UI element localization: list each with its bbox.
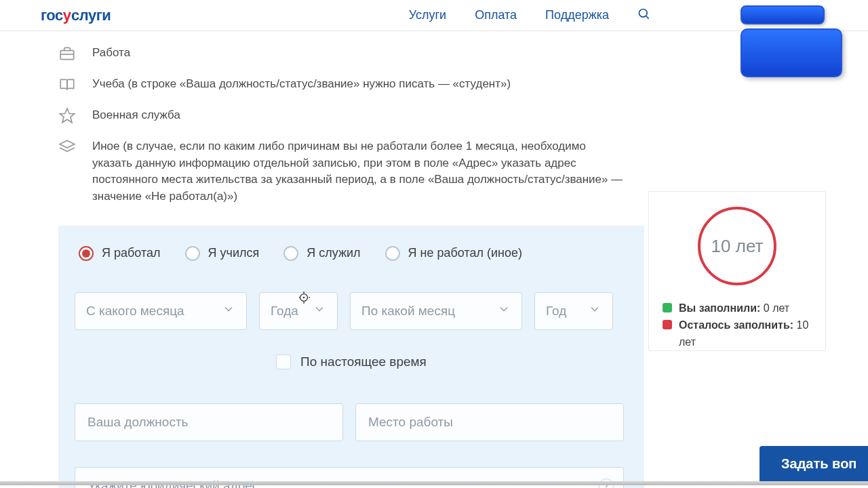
info-text-military: Военная служба bbox=[92, 107, 180, 124]
radio-studied-label: Я учился bbox=[208, 246, 260, 260]
radio-served-label: Я служил bbox=[307, 246, 360, 260]
chevron-down-icon bbox=[222, 302, 235, 319]
info-text-study: Учеба (в строке «Ваша должность/статус/з… bbox=[92, 76, 511, 93]
radio-served[interactable]: Я служил bbox=[283, 246, 360, 261]
svg-line-1 bbox=[646, 16, 649, 18]
search-icon[interactable] bbox=[637, 7, 651, 24]
progress-card: 10 лет Вы заполнили: 0 лет Осталось запо… bbox=[648, 191, 826, 351]
layers-icon bbox=[58, 138, 76, 156]
logo-gos: гос bbox=[41, 7, 63, 24]
legend-filled-label: Вы заполнили: bbox=[679, 302, 760, 314]
svg-rect-2 bbox=[60, 51, 74, 60]
radio-dot-icon bbox=[385, 246, 400, 261]
info-row-military: Военная служба bbox=[58, 107, 628, 125]
radio-none-label: Я не работал (иное) bbox=[408, 246, 522, 260]
radio-group: Я работал Я учился Я служил Я не работал… bbox=[75, 246, 628, 261]
radio-dot-icon bbox=[185, 246, 200, 261]
position-workplace-row bbox=[75, 403, 628, 441]
legend-filled: Вы заполнили: 0 лет bbox=[663, 300, 812, 317]
chevron-down-icon bbox=[497, 302, 511, 319]
radio-none[interactable]: Я не работал (иное) bbox=[385, 246, 522, 261]
legend-filled-value: 0 лет bbox=[760, 302, 789, 314]
from-month-placeholder: С какого месяца bbox=[86, 304, 184, 319]
ask-question-label: Задать воп bbox=[781, 456, 856, 472]
info-row-other: Иное (в случае, если по каким либо причи… bbox=[58, 138, 628, 205]
to-month-select[interactable]: По какой месяц bbox=[350, 292, 522, 330]
nav-support[interactable]: Поддержка bbox=[545, 8, 609, 22]
from-year-select[interactable]: Года bbox=[259, 292, 338, 330]
logo-slugi: слуги bbox=[71, 7, 111, 24]
to-month-placeholder: По какой месяц bbox=[361, 304, 455, 319]
info-text-work: Работа bbox=[92, 45, 130, 62]
swatch-green-icon bbox=[663, 303, 672, 312]
to-year-placeholder: Год bbox=[546, 304, 566, 319]
briefcase-icon bbox=[58, 45, 76, 62]
position-input[interactable] bbox=[87, 415, 330, 430]
info-row-work: Работа bbox=[58, 45, 628, 62]
nav-services[interactable]: Услуги bbox=[409, 8, 446, 22]
from-year-placeholder: Года bbox=[271, 304, 298, 319]
from-month-select[interactable]: С какого месяца bbox=[75, 292, 247, 330]
radio-dot-icon bbox=[79, 246, 94, 261]
workplace-input[interactable] bbox=[368, 415, 611, 430]
present-label: По настоящее время bbox=[300, 354, 427, 369]
header: гос у слуги Услуги Оплата Поддержка bbox=[0, 0, 868, 31]
present-checkbox[interactable] bbox=[276, 354, 291, 369]
radio-dot-icon bbox=[283, 246, 298, 261]
svg-point-0 bbox=[639, 9, 648, 17]
cta-big-button[interactable] bbox=[741, 28, 842, 77]
cta-small-button[interactable] bbox=[741, 5, 825, 24]
radio-worked[interactable]: Я работал bbox=[79, 246, 161, 261]
progress-legend: Вы заполнили: 0 лет Осталось заполнить: … bbox=[663, 300, 812, 350]
info-text-other: Иное (в случае, если по каким либо причи… bbox=[92, 138, 628, 205]
radio-worked-label: Я работал bbox=[102, 246, 161, 260]
info-row-study: Учеба (в строке «Ваша должность/статус/з… bbox=[58, 76, 628, 94]
to-year-select[interactable]: Год bbox=[534, 292, 613, 330]
progress-ring-text: 10 лет bbox=[711, 236, 764, 257]
nav: Услуги Оплата Поддержка bbox=[409, 7, 651, 24]
book-icon bbox=[58, 76, 76, 94]
legend-remaining: Осталось заполнить: 10 лет bbox=[663, 317, 812, 351]
chevron-down-icon bbox=[313, 302, 326, 319]
bottom-divider bbox=[0, 481, 868, 485]
radio-studied[interactable]: Я учился bbox=[185, 246, 260, 261]
chevron-down-icon bbox=[588, 302, 601, 319]
star-icon bbox=[58, 107, 76, 125]
logo-y: у bbox=[63, 7, 71, 24]
progress-ring: 10 лет bbox=[698, 207, 776, 285]
ask-question-button[interactable]: Задать воп bbox=[760, 446, 868, 481]
svg-marker-4 bbox=[60, 108, 75, 123]
legend-remaining-label: Осталось заполнить: bbox=[679, 319, 793, 331]
logo[interactable]: гос у слуги bbox=[41, 7, 111, 24]
cta-buttons bbox=[741, 5, 842, 77]
period-selects: С какого месяца Года По какой месяц Год bbox=[75, 292, 628, 330]
workplace-input-wrap bbox=[355, 403, 624, 441]
present-row: По настоящее время bbox=[75, 354, 628, 369]
form-panel: Я работал Я учился Я служил Я не работал… bbox=[58, 226, 644, 488]
swatch-red-icon bbox=[663, 320, 672, 329]
svg-marker-5 bbox=[60, 140, 75, 148]
position-input-wrap bbox=[75, 403, 343, 441]
nav-payment[interactable]: Оплата bbox=[475, 8, 517, 22]
